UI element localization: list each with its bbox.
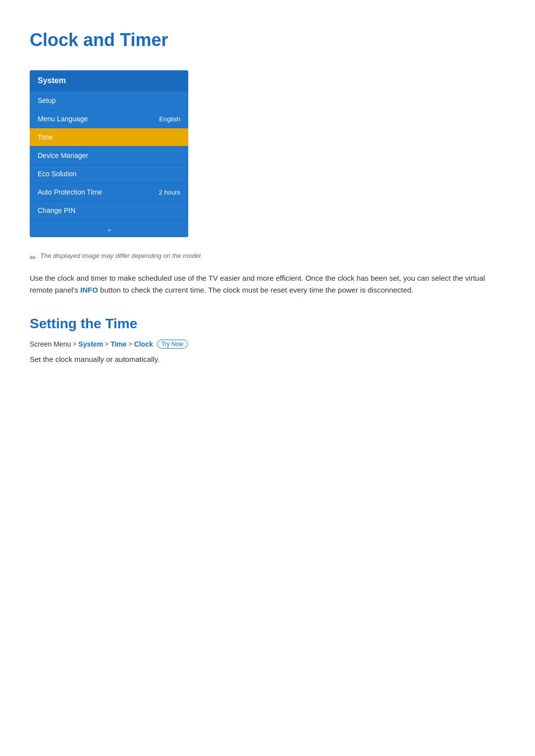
menu-item-change-pin[interactable]: Change PIN — [30, 201, 188, 219]
menu-item-eco-solution-label: Eco Solution — [38, 170, 77, 178]
menu-item-setup-label: Setup — [38, 97, 56, 104]
breadcrumb-clock[interactable]: Clock — [134, 340, 153, 348]
breadcrumb: Screen Menu > System > Time > Clock Try … — [30, 340, 505, 349]
menu-item-auto-protection-time-value: 2 hours — [159, 189, 180, 196]
setting-section: Setting the Time Screen Menu > System > … — [30, 316, 505, 365]
section-title: Setting the Time — [30, 316, 505, 332]
menu-item-auto-protection-time-label: Auto Protection Time — [38, 188, 102, 196]
menu-item-eco-solution[interactable]: Eco Solution — [30, 164, 188, 183]
menu-item-time[interactable]: Time — [30, 128, 188, 146]
menu-item-menu-language-value: English — [159, 115, 180, 123]
pencil-icon: ✏ — [30, 253, 36, 262]
breadcrumb-sep3: > — [129, 341, 132, 348]
body-text-after: button to check the current time. The cl… — [98, 286, 414, 294]
menu-item-menu-language[interactable]: Menu Language English — [30, 109, 188, 128]
menu-item-menu-language-label: Menu Language — [38, 115, 88, 123]
note-text: The displayed image may differ depending… — [40, 252, 202, 259]
menu-header: System — [30, 70, 188, 91]
note-container: ✏ The displayed image may differ dependi… — [30, 252, 505, 262]
menu-panel: System Setup Menu Language English Time … — [30, 70, 188, 237]
menu-footer: ⌄ — [30, 219, 188, 237]
breadcrumb-sep2: > — [105, 341, 108, 348]
section-description: Set the clock manually or automatically. — [30, 353, 505, 365]
breadcrumb-time[interactable]: Time — [110, 340, 126, 348]
menu-item-setup[interactable]: Setup — [30, 91, 188, 109]
menu-item-time-label: Time — [38, 133, 53, 141]
menu-item-device-manager-label: Device Manager — [38, 151, 88, 159]
chevron-down-icon: ⌄ — [106, 224, 112, 233]
breadcrumb-sep1: > — [73, 341, 76, 348]
page-title: Clock and Timer — [30, 30, 505, 50]
menu-item-change-pin-label: Change PIN — [38, 206, 75, 214]
breadcrumb-system[interactable]: System — [78, 340, 103, 348]
info-link[interactable]: INFO — [80, 286, 98, 294]
body-description: Use the clock and timer to make schedule… — [30, 272, 505, 296]
menu-item-device-manager[interactable]: Device Manager — [30, 146, 188, 164]
menu-item-auto-protection-time[interactable]: Auto Protection Time 2 hours — [30, 183, 188, 201]
breadcrumb-screen-menu: Screen Menu — [30, 340, 71, 348]
try-now-badge[interactable]: Try Now — [157, 340, 188, 349]
